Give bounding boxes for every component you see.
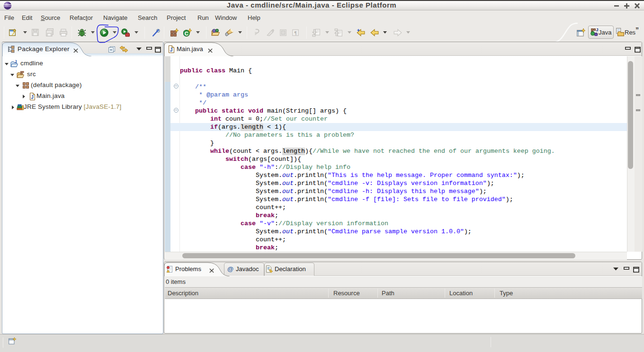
svg-text:C: C bbox=[185, 31, 188, 36]
svg-text:J: J bbox=[31, 95, 34, 100]
svg-text:J: J bbox=[15, 60, 17, 64]
svg-text:J: J bbox=[170, 47, 173, 53]
svg-text:J: J bbox=[596, 28, 598, 32]
svg-text:¶: ¶ bbox=[294, 30, 297, 35]
